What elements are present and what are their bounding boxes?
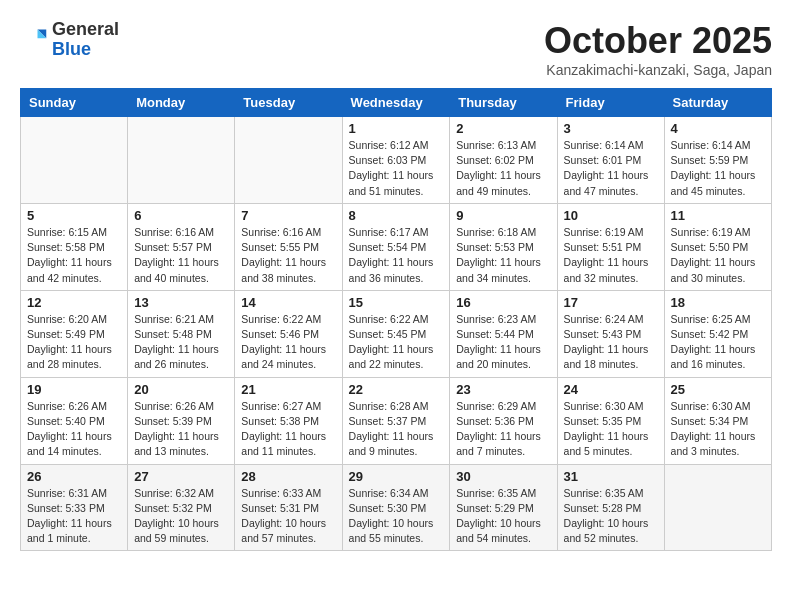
day-number: 19 [27, 382, 121, 397]
calendar-week-2: 5Sunrise: 6:15 AM Sunset: 5:58 PM Daylig… [21, 203, 772, 290]
calendar-cell: 29Sunrise: 6:34 AM Sunset: 5:30 PM Dayli… [342, 464, 450, 551]
calendar-cell: 13Sunrise: 6:21 AM Sunset: 5:48 PM Dayli… [128, 290, 235, 377]
day-info: Sunrise: 6:15 AM Sunset: 5:58 PM Dayligh… [27, 225, 121, 286]
logo-icon [20, 26, 48, 54]
day-info: Sunrise: 6:20 AM Sunset: 5:49 PM Dayligh… [27, 312, 121, 373]
day-info: Sunrise: 6:23 AM Sunset: 5:44 PM Dayligh… [456, 312, 550, 373]
calendar-cell [664, 464, 771, 551]
day-info: Sunrise: 6:32 AM Sunset: 5:32 PM Dayligh… [134, 486, 228, 547]
calendar-cell: 19Sunrise: 6:26 AM Sunset: 5:40 PM Dayli… [21, 377, 128, 464]
calendar-week-4: 19Sunrise: 6:26 AM Sunset: 5:40 PM Dayli… [21, 377, 772, 464]
day-info: Sunrise: 6:16 AM Sunset: 5:57 PM Dayligh… [134, 225, 228, 286]
day-number: 23 [456, 382, 550, 397]
calendar-cell: 26Sunrise: 6:31 AM Sunset: 5:33 PM Dayli… [21, 464, 128, 551]
calendar-cell: 20Sunrise: 6:26 AM Sunset: 5:39 PM Dayli… [128, 377, 235, 464]
weekday-header-thursday: Thursday [450, 89, 557, 117]
calendar-cell: 12Sunrise: 6:20 AM Sunset: 5:49 PM Dayli… [21, 290, 128, 377]
day-info: Sunrise: 6:17 AM Sunset: 5:54 PM Dayligh… [349, 225, 444, 286]
logo: General Blue [20, 20, 119, 60]
day-number: 2 [456, 121, 550, 136]
day-info: Sunrise: 6:26 AM Sunset: 5:40 PM Dayligh… [27, 399, 121, 460]
day-number: 31 [564, 469, 658, 484]
day-info: Sunrise: 6:35 AM Sunset: 5:29 PM Dayligh… [456, 486, 550, 547]
day-info: Sunrise: 6:31 AM Sunset: 5:33 PM Dayligh… [27, 486, 121, 547]
day-number: 1 [349, 121, 444, 136]
calendar-cell: 1Sunrise: 6:12 AM Sunset: 6:03 PM Daylig… [342, 117, 450, 204]
day-info: Sunrise: 6:21 AM Sunset: 5:48 PM Dayligh… [134, 312, 228, 373]
day-number: 15 [349, 295, 444, 310]
day-info: Sunrise: 6:35 AM Sunset: 5:28 PM Dayligh… [564, 486, 658, 547]
title-block: October 2025 Kanzakimachi-kanzaki, Saga,… [544, 20, 772, 78]
day-info: Sunrise: 6:14 AM Sunset: 5:59 PM Dayligh… [671, 138, 765, 199]
day-number: 5 [27, 208, 121, 223]
day-info: Sunrise: 6:18 AM Sunset: 5:53 PM Dayligh… [456, 225, 550, 286]
day-info: Sunrise: 6:30 AM Sunset: 5:34 PM Dayligh… [671, 399, 765, 460]
day-number: 28 [241, 469, 335, 484]
calendar-subtitle: Kanzakimachi-kanzaki, Saga, Japan [544, 62, 772, 78]
day-info: Sunrise: 6:24 AM Sunset: 5:43 PM Dayligh… [564, 312, 658, 373]
day-info: Sunrise: 6:34 AM Sunset: 5:30 PM Dayligh… [349, 486, 444, 547]
day-info: Sunrise: 6:30 AM Sunset: 5:35 PM Dayligh… [564, 399, 658, 460]
day-info: Sunrise: 6:28 AM Sunset: 5:37 PM Dayligh… [349, 399, 444, 460]
calendar-cell: 31Sunrise: 6:35 AM Sunset: 5:28 PM Dayli… [557, 464, 664, 551]
calendar-week-3: 12Sunrise: 6:20 AM Sunset: 5:49 PM Dayli… [21, 290, 772, 377]
weekday-header-friday: Friday [557, 89, 664, 117]
day-info: Sunrise: 6:26 AM Sunset: 5:39 PM Dayligh… [134, 399, 228, 460]
calendar-cell [21, 117, 128, 204]
logo-text: General Blue [52, 20, 119, 60]
calendar-cell: 11Sunrise: 6:19 AM Sunset: 5:50 PM Dayli… [664, 203, 771, 290]
calendar-cell: 3Sunrise: 6:14 AM Sunset: 6:01 PM Daylig… [557, 117, 664, 204]
day-number: 29 [349, 469, 444, 484]
day-number: 11 [671, 208, 765, 223]
calendar-table: SundayMondayTuesdayWednesdayThursdayFrid… [20, 88, 772, 551]
calendar-cell [128, 117, 235, 204]
day-info: Sunrise: 6:16 AM Sunset: 5:55 PM Dayligh… [241, 225, 335, 286]
day-number: 12 [27, 295, 121, 310]
day-number: 18 [671, 295, 765, 310]
calendar-cell: 15Sunrise: 6:22 AM Sunset: 5:45 PM Dayli… [342, 290, 450, 377]
calendar-week-1: 1Sunrise: 6:12 AM Sunset: 6:03 PM Daylig… [21, 117, 772, 204]
weekday-header-sunday: Sunday [21, 89, 128, 117]
calendar-cell: 7Sunrise: 6:16 AM Sunset: 5:55 PM Daylig… [235, 203, 342, 290]
day-info: Sunrise: 6:13 AM Sunset: 6:02 PM Dayligh… [456, 138, 550, 199]
day-number: 30 [456, 469, 550, 484]
day-info: Sunrise: 6:33 AM Sunset: 5:31 PM Dayligh… [241, 486, 335, 547]
day-number: 20 [134, 382, 228, 397]
day-info: Sunrise: 6:25 AM Sunset: 5:42 PM Dayligh… [671, 312, 765, 373]
calendar-cell [235, 117, 342, 204]
calendar-cell: 23Sunrise: 6:29 AM Sunset: 5:36 PM Dayli… [450, 377, 557, 464]
calendar-week-5: 26Sunrise: 6:31 AM Sunset: 5:33 PM Dayli… [21, 464, 772, 551]
calendar-cell: 18Sunrise: 6:25 AM Sunset: 5:42 PM Dayli… [664, 290, 771, 377]
day-info: Sunrise: 6:27 AM Sunset: 5:38 PM Dayligh… [241, 399, 335, 460]
calendar-cell: 14Sunrise: 6:22 AM Sunset: 5:46 PM Dayli… [235, 290, 342, 377]
day-number: 8 [349, 208, 444, 223]
weekday-header-tuesday: Tuesday [235, 89, 342, 117]
calendar-cell: 27Sunrise: 6:32 AM Sunset: 5:32 PM Dayli… [128, 464, 235, 551]
day-number: 25 [671, 382, 765, 397]
day-info: Sunrise: 6:12 AM Sunset: 6:03 PM Dayligh… [349, 138, 444, 199]
calendar-cell: 22Sunrise: 6:28 AM Sunset: 5:37 PM Dayli… [342, 377, 450, 464]
weekday-header-wednesday: Wednesday [342, 89, 450, 117]
day-number: 17 [564, 295, 658, 310]
calendar-cell: 16Sunrise: 6:23 AM Sunset: 5:44 PM Dayli… [450, 290, 557, 377]
page-header: General Blue October 2025 Kanzakimachi-k… [20, 20, 772, 78]
day-number: 22 [349, 382, 444, 397]
calendar-cell: 21Sunrise: 6:27 AM Sunset: 5:38 PM Dayli… [235, 377, 342, 464]
day-number: 24 [564, 382, 658, 397]
day-number: 14 [241, 295, 335, 310]
calendar-cell: 28Sunrise: 6:33 AM Sunset: 5:31 PM Dayli… [235, 464, 342, 551]
calendar-cell: 5Sunrise: 6:15 AM Sunset: 5:58 PM Daylig… [21, 203, 128, 290]
calendar-cell: 30Sunrise: 6:35 AM Sunset: 5:29 PM Dayli… [450, 464, 557, 551]
day-number: 3 [564, 121, 658, 136]
day-number: 21 [241, 382, 335, 397]
calendar-cell: 10Sunrise: 6:19 AM Sunset: 5:51 PM Dayli… [557, 203, 664, 290]
day-number: 13 [134, 295, 228, 310]
day-number: 16 [456, 295, 550, 310]
day-number: 10 [564, 208, 658, 223]
calendar-cell: 6Sunrise: 6:16 AM Sunset: 5:57 PM Daylig… [128, 203, 235, 290]
calendar-cell: 24Sunrise: 6:30 AM Sunset: 5:35 PM Dayli… [557, 377, 664, 464]
calendar-cell: 25Sunrise: 6:30 AM Sunset: 5:34 PM Dayli… [664, 377, 771, 464]
logo-blue: Blue [52, 40, 119, 60]
day-number: 9 [456, 208, 550, 223]
day-info: Sunrise: 6:19 AM Sunset: 5:51 PM Dayligh… [564, 225, 658, 286]
